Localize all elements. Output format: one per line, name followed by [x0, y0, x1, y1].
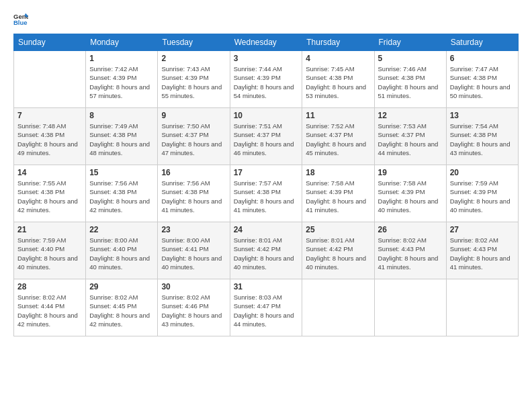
- svg-text:Blue: Blue: [13, 19, 28, 26]
- day-info: Sunrise: 8:02 AMSunset: 4:44 PMDaylight:…: [17, 293, 82, 328]
- day-info: Sunrise: 7:56 AMSunset: 4:38 PMDaylight:…: [161, 179, 226, 214]
- day-number: 22: [89, 225, 154, 234]
- day-number: 24: [234, 225, 299, 234]
- calendar-cell: 25Sunrise: 8:01 AMSunset: 4:42 PMDayligh…: [302, 222, 374, 279]
- calendar-cell: 10Sunrise: 7:51 AMSunset: 4:37 PMDayligh…: [230, 108, 302, 165]
- calendar-cell: 7Sunrise: 7:48 AMSunset: 4:38 PMDaylight…: [14, 108, 86, 165]
- calendar-cell: 28Sunrise: 8:02 AMSunset: 4:44 PMDayligh…: [14, 279, 86, 336]
- calendar-cell: 15Sunrise: 7:56 AMSunset: 4:38 PMDayligh…: [86, 165, 158, 222]
- day-info: Sunrise: 7:59 AMSunset: 4:39 PMDaylight:…: [450, 179, 515, 214]
- calendar-cell: 22Sunrise: 8:00 AMSunset: 4:40 PMDayligh…: [86, 222, 158, 279]
- day-number: 18: [306, 168, 370, 177]
- day-info: Sunrise: 8:02 AMSunset: 4:45 PMDaylight:…: [89, 293, 154, 328]
- day-number: 6: [450, 54, 515, 63]
- calendar-cell: 13Sunrise: 7:54 AMSunset: 4:38 PMDayligh…: [446, 108, 518, 165]
- day-info: Sunrise: 7:53 AMSunset: 4:37 PMDaylight:…: [378, 122, 443, 157]
- day-info: Sunrise: 7:48 AMSunset: 4:38 PMDaylight:…: [17, 122, 82, 157]
- calendar-cell: 26Sunrise: 8:02 AMSunset: 4:43 PMDayligh…: [374, 222, 446, 279]
- day-info: Sunrise: 7:43 AMSunset: 4:39 PMDaylight:…: [161, 64, 226, 100]
- calendar-cell: 2Sunrise: 7:43 AMSunset: 4:39 PMDaylight…: [158, 51, 230, 108]
- calendar-cell: 17Sunrise: 7:57 AMSunset: 4:38 PMDayligh…: [230, 165, 302, 222]
- weekday-header-wednesday: Wednesday: [230, 34, 302, 51]
- calendar-cell: 18Sunrise: 7:58 AMSunset: 4:39 PMDayligh…: [302, 165, 374, 222]
- day-number: 28: [17, 282, 82, 291]
- logo: General Blue: [13, 12, 30, 27]
- day-number: 16: [161, 168, 226, 177]
- day-info: Sunrise: 7:49 AMSunset: 4:38 PMDaylight:…: [89, 122, 154, 157]
- day-info: Sunrise: 8:01 AMSunset: 4:42 PMDaylight:…: [306, 236, 370, 271]
- day-number: 29: [89, 282, 154, 291]
- calendar-cell: 12Sunrise: 7:53 AMSunset: 4:37 PMDayligh…: [374, 108, 446, 165]
- day-number: 21: [17, 225, 82, 234]
- calendar-cell: 27Sunrise: 8:02 AMSunset: 4:43 PMDayligh…: [446, 222, 518, 279]
- day-info: Sunrise: 7:58 AMSunset: 4:39 PMDaylight:…: [378, 179, 443, 214]
- day-number: 3: [234, 54, 299, 63]
- day-info: Sunrise: 8:00 AMSunset: 4:41 PMDaylight:…: [161, 236, 226, 271]
- day-info: Sunrise: 7:47 AMSunset: 4:38 PMDaylight:…: [450, 64, 515, 100]
- day-info: Sunrise: 8:02 AMSunset: 4:43 PMDaylight:…: [378, 236, 443, 271]
- day-number: 30: [161, 282, 226, 291]
- day-number: 11: [306, 111, 370, 120]
- day-number: 31: [234, 282, 299, 291]
- calendar-cell: 8Sunrise: 7:49 AMSunset: 4:38 PMDaylight…: [86, 108, 158, 165]
- day-info: Sunrise: 7:55 AMSunset: 4:38 PMDaylight:…: [17, 179, 82, 214]
- day-info: Sunrise: 7:44 AMSunset: 4:39 PMDaylight:…: [234, 64, 299, 100]
- page: General Blue SundayMondayTuesdayWednesda…: [0, 0, 532, 411]
- day-number: 26: [378, 225, 443, 234]
- weekday-header-sunday: Sunday: [14, 34, 86, 51]
- day-number: 27: [450, 225, 515, 234]
- calendar-cell: 20Sunrise: 7:59 AMSunset: 4:39 PMDayligh…: [446, 165, 518, 222]
- calendar-cell: [14, 51, 86, 108]
- day-number: 19: [378, 168, 443, 177]
- calendar-cell: 21Sunrise: 7:59 AMSunset: 4:40 PMDayligh…: [14, 222, 86, 279]
- calendar-table: SundayMondayTuesdayWednesdayThursdayFrid…: [13, 34, 519, 336]
- calendar-week-2: 7Sunrise: 7:48 AMSunset: 4:38 PMDaylight…: [14, 108, 519, 165]
- calendar-cell: 3Sunrise: 7:44 AMSunset: 4:39 PMDaylight…: [230, 51, 302, 108]
- day-number: 13: [450, 111, 515, 120]
- day-number: 7: [17, 111, 82, 120]
- day-number: 17: [234, 168, 299, 177]
- day-number: 5: [378, 54, 443, 63]
- logo-icon: General Blue: [13, 12, 28, 27]
- calendar-cell: 31Sunrise: 8:03 AMSunset: 4:47 PMDayligh…: [230, 279, 302, 336]
- day-info: Sunrise: 7:56 AMSunset: 4:38 PMDaylight:…: [89, 179, 154, 214]
- header: General Blue: [13, 12, 519, 27]
- calendar-cell: 23Sunrise: 8:00 AMSunset: 4:41 PMDayligh…: [158, 222, 230, 279]
- weekday-header-thursday: Thursday: [302, 34, 374, 51]
- day-info: Sunrise: 8:00 AMSunset: 4:40 PMDaylight:…: [89, 236, 154, 271]
- calendar-cell: 6Sunrise: 7:47 AMSunset: 4:38 PMDaylight…: [446, 51, 518, 108]
- day-info: Sunrise: 8:02 AMSunset: 4:43 PMDaylight:…: [450, 236, 515, 271]
- day-info: Sunrise: 7:45 AMSunset: 4:38 PMDaylight:…: [306, 64, 370, 100]
- calendar-cell: [374, 279, 446, 336]
- day-number: 15: [89, 168, 154, 177]
- day-number: 12: [378, 111, 443, 120]
- day-info: Sunrise: 7:42 AMSunset: 4:39 PMDaylight:…: [89, 64, 154, 100]
- day-info: Sunrise: 7:52 AMSunset: 4:37 PMDaylight:…: [306, 122, 370, 157]
- calendar-cell: 1Sunrise: 7:42 AMSunset: 4:39 PMDaylight…: [86, 51, 158, 108]
- calendar-cell: 11Sunrise: 7:52 AMSunset: 4:37 PMDayligh…: [302, 108, 374, 165]
- calendar-week-3: 14Sunrise: 7:55 AMSunset: 4:38 PMDayligh…: [14, 165, 519, 222]
- day-info: Sunrise: 7:59 AMSunset: 4:40 PMDaylight:…: [17, 236, 82, 271]
- day-info: Sunrise: 7:54 AMSunset: 4:38 PMDaylight:…: [450, 122, 515, 157]
- weekday-header-monday: Monday: [86, 34, 158, 51]
- day-info: Sunrise: 7:51 AMSunset: 4:37 PMDaylight:…: [234, 122, 299, 157]
- day-number: 1: [89, 54, 154, 63]
- calendar-cell: 9Sunrise: 7:50 AMSunset: 4:37 PMDaylight…: [158, 108, 230, 165]
- calendar-cell: 29Sunrise: 8:02 AMSunset: 4:45 PMDayligh…: [86, 279, 158, 336]
- day-info: Sunrise: 7:58 AMSunset: 4:39 PMDaylight:…: [306, 179, 370, 214]
- day-number: 9: [161, 111, 226, 120]
- calendar-cell: 14Sunrise: 7:55 AMSunset: 4:38 PMDayligh…: [14, 165, 86, 222]
- day-number: 25: [306, 225, 370, 234]
- calendar-week-5: 28Sunrise: 8:02 AMSunset: 4:44 PMDayligh…: [14, 279, 519, 336]
- day-number: 10: [234, 111, 299, 120]
- weekday-header-friday: Friday: [374, 34, 446, 51]
- calendar-week-4: 21Sunrise: 7:59 AMSunset: 4:40 PMDayligh…: [14, 222, 519, 279]
- calendar-cell: 16Sunrise: 7:56 AMSunset: 4:38 PMDayligh…: [158, 165, 230, 222]
- day-number: 8: [89, 111, 154, 120]
- day-number: 4: [306, 54, 370, 63]
- day-info: Sunrise: 7:57 AMSunset: 4:38 PMDaylight:…: [234, 179, 299, 214]
- day-info: Sunrise: 7:46 AMSunset: 4:38 PMDaylight:…: [378, 64, 443, 100]
- calendar-cell: 19Sunrise: 7:58 AMSunset: 4:39 PMDayligh…: [374, 165, 446, 222]
- day-info: Sunrise: 8:01 AMSunset: 4:42 PMDaylight:…: [234, 236, 299, 271]
- calendar-cell: [446, 279, 518, 336]
